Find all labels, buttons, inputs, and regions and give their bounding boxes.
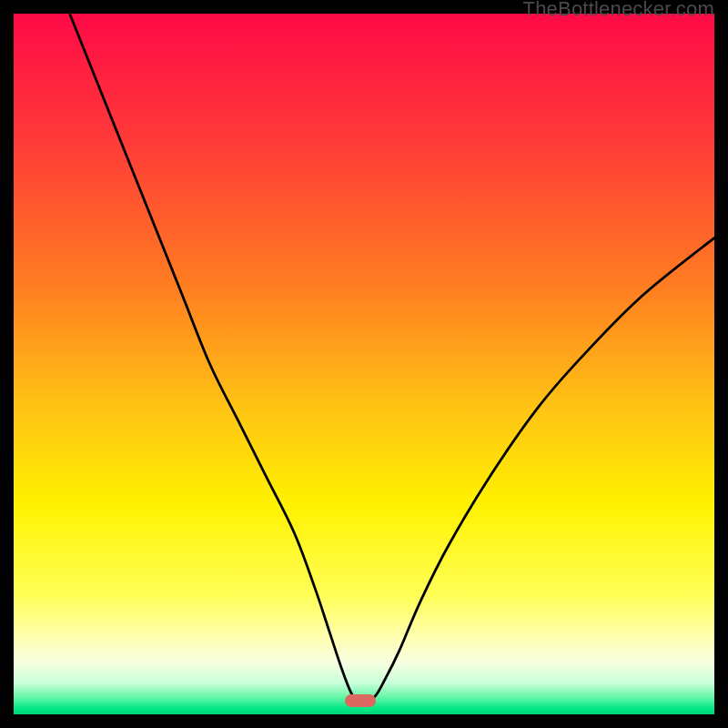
- bottleneck-plot: [14, 14, 714, 714]
- gradient-background: [14, 14, 714, 714]
- chart-stage: TheBottlenecker.com: [0, 0, 728, 728]
- minimum-marker: [345, 694, 376, 707]
- watermark-text: TheBottlenecker.com: [523, 0, 714, 21]
